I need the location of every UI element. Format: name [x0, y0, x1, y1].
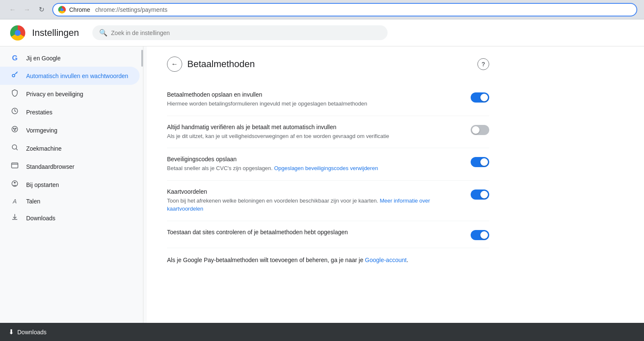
content-inner: ← Betaalmethoden ? Betaalmethoden opslaa… [147, 46, 509, 282]
sidebar-item-vormgeving[interactable]: Vormgeving [0, 121, 140, 139]
sidebar-label-jij-en-google: Jij en Google [26, 55, 61, 62]
sidebar-label-privacy: Privacy en beveiliging [26, 91, 83, 97]
google-icon: G [10, 54, 19, 62]
back-button[interactable]: ← [7, 4, 19, 16]
sidebar-item-zoekmachine[interactable]: Zoekmachine [0, 139, 140, 157]
performance-icon [10, 107, 19, 117]
scrollbar-indicator [141, 50, 143, 67]
shield-icon [10, 89, 19, 99]
setting-desc-save-fill: Hiermee worden betalingsformulieren inge… [167, 100, 461, 108]
search-input-wrapper: 🔍 [92, 25, 388, 40]
language-icon: A [10, 198, 19, 205]
setting-row-sites-check: Toestaan dat sites controleren of je bet… [167, 221, 489, 248]
toggle-thumb-security-codes [480, 158, 488, 166]
toggle-manual-verify[interactable] [471, 125, 489, 135]
forward-button[interactable]: → [21, 4, 33, 16]
search-icon: 🔍 [99, 29, 108, 37]
setting-row-security-codes: Beveiligingscodes opslaan Betaal sneller… [167, 148, 489, 181]
svg-point-4 [15, 128, 16, 129]
setting-control-kaartvoordelen [471, 188, 489, 200]
sidebar-item-prestaties[interactable]: Prestaties [0, 103, 140, 121]
search-bar: 🔍 [92, 25, 634, 40]
sidebar-divider [143, 46, 147, 341]
setting-text-security-codes: Beveiligingscodes opslaan Betaal sneller… [167, 156, 461, 173]
setting-control-sites-check [471, 229, 489, 240]
svg-point-0 [12, 74, 15, 77]
setting-desc-manual-verify: Als je dit uitzet, kan je uit veiligheid… [167, 132, 461, 141]
sidebar-label-prestaties: Prestaties [26, 109, 52, 116]
palette-icon [10, 125, 19, 135]
sidebar-label-standaardbrowser: Standaardbrowser [26, 163, 74, 170]
setting-row-manual-verify: Altijd handmatig verifiëren als je betaa… [167, 116, 489, 149]
nav-buttons: ← → ↻ [7, 4, 47, 16]
reload-button[interactable]: ↻ [35, 4, 47, 16]
setting-text-save-fill: Betaalmethoden opslaan en invullen Hierm… [167, 91, 461, 108]
download-bottom-icon: ⬇ [8, 328, 14, 336]
setting-text-manual-verify: Altijd handmatig verifiëren als je betaa… [167, 124, 461, 141]
setting-control-save-fill [471, 91, 489, 103]
sidebar-label-autofill: Automatisch invullen en wachtwoorden [26, 73, 128, 79]
toggle-thumb-manual-verify [472, 126, 480, 134]
settings-header: Instellingen 🔍 [0, 19, 644, 46]
sidebar-item-bij-opstarten[interactable]: Bij opstarten [0, 176, 140, 194]
setting-title-security-codes: Beveiligingscodes opslaan [167, 156, 461, 162]
toggle-security-codes[interactable] [471, 157, 489, 167]
svg-rect-7 [12, 163, 18, 168]
address-bar[interactable]: Chrome chrome://settings/payments [52, 3, 637, 16]
search-sidebar-icon [10, 143, 19, 153]
sidebar: G Jij en Google Automatisch invullen en … [0, 46, 143, 341]
setting-row-save-fill: Betaalmethoden opslaan en invullen Hierm… [167, 84, 489, 116]
sidebar-item-standaardbrowser[interactable]: Standaardbrowser [0, 157, 140, 176]
bottom-bar: ⬇ Downloads [0, 323, 644, 341]
toggle-save-fill[interactable] [471, 92, 489, 103]
toggle-sites-check[interactable] [471, 230, 489, 240]
settings-container: Instellingen 🔍 G Jij en Google [0, 19, 644, 341]
chrome-icon-large [10, 25, 25, 41]
svg-point-6 [12, 145, 17, 149]
browser-icon [10, 162, 19, 171]
setting-desc-kaartvoordelen: Toon bij het afrekenen welke beloningen … [167, 197, 461, 213]
startup-icon [10, 180, 19, 189]
toggle-thumb-save-fill [480, 94, 488, 101]
setting-title-save-fill: Betaalmethoden opslaan en invullen [167, 91, 461, 98]
toggle-thumb-sites-check [480, 231, 488, 239]
sidebar-item-jij-en-google[interactable]: G Jij en Google [0, 50, 140, 67]
sidebar-label-downloads: Downloads [26, 215, 55, 222]
sidebar-item-talen[interactable]: A Talen [0, 194, 140, 209]
page-title: Betaalmethoden [187, 59, 255, 70]
sidebar-label-zoekmachine: Zoekmachine [26, 145, 62, 152]
sidebar-label-bij-opstarten: Bij opstarten [26, 181, 59, 188]
setting-row-google-pay: Als je Google Pay-betaalmethoden wilt to… [167, 248, 489, 272]
main-content: ← Betaalmethoden ? Betaalmethoden opslaa… [147, 46, 644, 341]
chrome-tab-label: Chrome [69, 6, 90, 13]
svg-point-5 [14, 130, 15, 130]
bottom-bar-label: Downloads [17, 329, 46, 336]
key-icon [10, 71, 19, 81]
link-remove-codes[interactable]: Opgeslagen beveiligingscodes verwijderen [274, 165, 378, 171]
setting-desc-google-pay: Als je Google Pay-betaalmethoden wilt to… [167, 256, 489, 265]
sidebar-label-talen: Talen [26, 198, 40, 205]
download-icon [10, 213, 19, 223]
sidebar-item-autofill[interactable]: Automatisch invullen en wachtwoorden [0, 67, 140, 85]
setting-row-kaartvoordelen: Kaartvoordelen Toon bij het afrekenen we… [167, 181, 489, 221]
link-google-account[interactable]: Google-account [365, 257, 407, 263]
toggle-kaartvoordelen[interactable] [471, 189, 489, 200]
page-header-left: ← Betaalmethoden [167, 57, 255, 72]
address-text: chrome://settings/payments [95, 6, 167, 13]
chrome-logo-icon [58, 6, 66, 14]
sidebar-label-vormgeving: Vormgeving [26, 127, 57, 134]
sidebar-item-downloads[interactable]: Downloads [0, 209, 140, 227]
page-header: ← Betaalmethoden ? [167, 57, 489, 72]
setting-text-kaartvoordelen: Kaartvoordelen Toon bij het afrekenen we… [167, 188, 461, 213]
search-input[interactable] [111, 30, 381, 36]
svg-point-2 [12, 126, 18, 132]
setting-title-manual-verify: Altijd handmatig verifiëren als je betaa… [167, 124, 461, 130]
help-button[interactable]: ? [477, 58, 489, 70]
setting-control-security-codes [471, 156, 489, 167]
link-kaartvoordelen[interactable]: Meer informatie over kaartvoordelen [167, 198, 430, 212]
settings-title: Instellingen [32, 27, 79, 38]
back-page-button[interactable]: ← [167, 57, 182, 72]
svg-point-3 [13, 128, 14, 129]
sidebar-item-privacy[interactable]: Privacy en beveiliging [0, 85, 140, 103]
setting-control-manual-verify [471, 124, 489, 135]
